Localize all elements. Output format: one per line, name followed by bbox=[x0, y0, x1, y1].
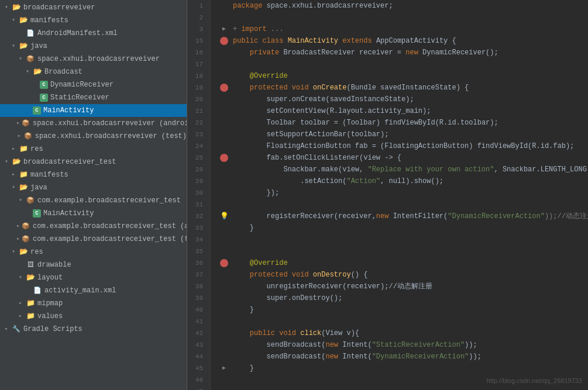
file-tree[interactable]: broadcasrreveivermanifestsAndroidManifes… bbox=[0, 0, 187, 390]
code-tokens-30: }); bbox=[233, 187, 279, 199]
lightbulb-icon: 💡 bbox=[220, 210, 229, 222]
code-tokens-31 bbox=[233, 199, 237, 210]
tree-arrow-package-5 bbox=[16, 222, 20, 230]
sidebar-item-package-1[interactable]: space.xxhui.broadcasrreveiver bbox=[0, 53, 187, 65]
code-line-32: 💡 registerReceiver(receiver,new IntentFi… bbox=[215, 210, 588, 222]
watermark: http://blog.csdn.net/qq_26819733 bbox=[487, 377, 582, 384]
code-line-24: FloatingActionButton fab = (FloatingActi… bbox=[215, 140, 588, 152]
line-num-33: 33 bbox=[192, 222, 205, 234]
sidebar-label-package-5: com.example.broadcastreceiver_test (andr… bbox=[33, 222, 187, 230]
sidebar-item-static-receiver[interactable]: StaticReceiver bbox=[0, 91, 187, 104]
sidebar-item-package-6[interactable]: com.example.broadcastreceiver_test (test… bbox=[0, 233, 187, 246]
code-tokens-37: protected void onDestroy() { bbox=[233, 269, 367, 281]
line-num-2: 2 bbox=[192, 12, 205, 23]
code-tokens-17 bbox=[233, 58, 237, 70]
sidebar-item-package-4[interactable]: com.example.broadcastreceiver_test bbox=[0, 194, 187, 207]
tree-arrow-res-2 bbox=[9, 248, 18, 256]
tree-arrow-broadcastreceiver-test-root bbox=[2, 158, 11, 166]
line-num-25: 25 bbox=[192, 152, 205, 164]
sidebar-label-main-activity-1: MainActivity bbox=[43, 106, 94, 115]
code-line-17 bbox=[215, 58, 588, 70]
code-tokens-45: } bbox=[233, 363, 254, 374]
code-tokens-41 bbox=[233, 316, 237, 327]
sidebar-item-dynamic-receiver[interactable]: DynamicReceiver bbox=[0, 78, 187, 91]
sidebar-item-java-1[interactable]: java bbox=[0, 40, 187, 53]
sidebar-label-mipmap: mipmap bbox=[37, 299, 63, 308]
collapse-arrow-icon[interactable]: ▶ bbox=[222, 23, 226, 35]
sidebar-item-res-1[interactable]: res bbox=[0, 143, 187, 156]
breakpoint-icon[interactable]: ● bbox=[220, 259, 228, 267]
sidebar-item-broadcastreceiver-test-root[interactable]: broadcastreceiver_test bbox=[0, 156, 187, 168]
sidebar-label-java-2: java bbox=[30, 184, 47, 192]
sidebar-item-package-2[interactable]: space.xxhui.broadcasrreveiver (androidTe… bbox=[0, 117, 187, 130]
sidebar-item-gradle-scripts[interactable]: Gradle Scripts bbox=[0, 323, 187, 336]
sidebar-label-res-2: res bbox=[30, 248, 43, 256]
sidebar-label-package-4: com.example.broadcastreceiver_test bbox=[37, 196, 181, 205]
sidebar-item-res-2[interactable]: res bbox=[0, 246, 187, 258]
gradle-icon bbox=[12, 325, 21, 334]
code-tokens-3: + import ... bbox=[233, 23, 283, 35]
tree-arrow-java-2 bbox=[9, 184, 18, 192]
breakpoint-icon[interactable]: ● bbox=[220, 37, 228, 45]
sidebar-item-package-5[interactable]: com.example.broadcastreceiver_test (andr… bbox=[0, 220, 187, 233]
sidebar-item-package-3[interactable]: space.xxhui.broadcasrreveiver (test) bbox=[0, 130, 187, 143]
sidebar-item-main-activity-2[interactable]: MainActivity bbox=[0, 207, 187, 220]
sidebar-item-activity-main-xml[interactable]: activity_main.xml bbox=[0, 284, 187, 297]
tree-arrow-package-3 bbox=[16, 132, 22, 140]
line-num-22: 22 bbox=[192, 117, 205, 129]
code-line-35 bbox=[215, 246, 588, 257]
folder-open-icon bbox=[12, 157, 21, 167]
code-line-18: @Override bbox=[215, 70, 588, 82]
tree-arrow-manifests-1 bbox=[9, 16, 18, 25]
line-num-47: 47 bbox=[192, 386, 205, 390]
code-tokens-18: @Override bbox=[233, 70, 288, 82]
sidebar-item-values[interactable]: values bbox=[0, 310, 187, 323]
package-icon bbox=[21, 119, 30, 128]
sidebar-item-mipmap[interactable]: mipmap bbox=[0, 297, 187, 310]
sidebar-item-main-activity-1[interactable]: MainActivity bbox=[0, 104, 187, 117]
line-num-35: 35 bbox=[192, 246, 205, 257]
tree-arrow-androidmanifest-1 bbox=[16, 29, 25, 37]
sidebar-item-broadcasrreveiver-root[interactable]: broadcasrreveiver bbox=[0, 1, 187, 14]
tree-arrow-package-1 bbox=[16, 55, 25, 63]
code-line-34 bbox=[215, 234, 588, 246]
code-line-41 bbox=[215, 316, 588, 327]
code-tokens-40: } bbox=[233, 304, 254, 316]
code-line-47 bbox=[215, 386, 588, 390]
xml-icon bbox=[33, 286, 42, 295]
folder-open-icon bbox=[19, 183, 28, 192]
class-main-icon bbox=[33, 209, 41, 218]
sidebar-item-drawable[interactable]: drawable bbox=[0, 258, 187, 271]
tree-arrow-activity-main-xml bbox=[23, 287, 32, 295]
code-line-44: sendBroadcast(new Intent("DynamicReceive… bbox=[215, 351, 588, 363]
sidebar-label-layout-folder: layout bbox=[37, 274, 63, 282]
code-line-38: unregisterReceiver(receiver);//动态解注册 bbox=[215, 281, 588, 292]
code-line-31 bbox=[215, 199, 588, 210]
code-line-37: protected void onDestroy() { bbox=[215, 269, 588, 281]
breakpoint-icon[interactable]: ● bbox=[220, 154, 228, 162]
folder-icon bbox=[26, 312, 35, 321]
tree-arrow-gradle-scripts bbox=[2, 325, 11, 333]
tree-arrow-package-2 bbox=[16, 119, 20, 127]
line-num-16: 16 bbox=[192, 47, 205, 58]
tree-arrow-java-1 bbox=[9, 42, 18, 50]
code-line-20: super.onCreate(savedInstanceState); bbox=[215, 94, 588, 105]
sidebar-item-manifests-2[interactable]: manifests bbox=[0, 168, 187, 181]
code-tokens-33: } bbox=[233, 222, 254, 234]
code-line-33: } bbox=[215, 222, 588, 234]
line-num-39: 39 bbox=[192, 292, 205, 304]
sidebar-label-static-receiver: StaticReceiver bbox=[50, 94, 109, 102]
tree-arrow-res-1 bbox=[9, 145, 18, 153]
sidebar-item-androidmanifest-1[interactable]: AndroidManifest.xml bbox=[0, 27, 187, 40]
breakpoint-icon[interactable]: ● bbox=[220, 84, 228, 92]
sidebar-item-layout-folder[interactable]: layout bbox=[0, 271, 187, 284]
gutter-32: 💡 bbox=[215, 210, 233, 222]
line-num-36: 36 bbox=[192, 257, 205, 269]
collapse-arrow-icon[interactable]: ▶ bbox=[222, 363, 226, 374]
tree-arrow-main-activity-1 bbox=[23, 106, 32, 115]
sidebar-item-java-2[interactable]: java bbox=[0, 181, 187, 194]
sidebar-item-broadcast-folder[interactable]: Broadcast bbox=[0, 65, 187, 78]
sidebar-item-manifests-1[interactable]: manifests bbox=[0, 14, 187, 27]
line-num-38: 38 bbox=[192, 281, 205, 292]
line-num-24: 24 bbox=[192, 140, 205, 152]
